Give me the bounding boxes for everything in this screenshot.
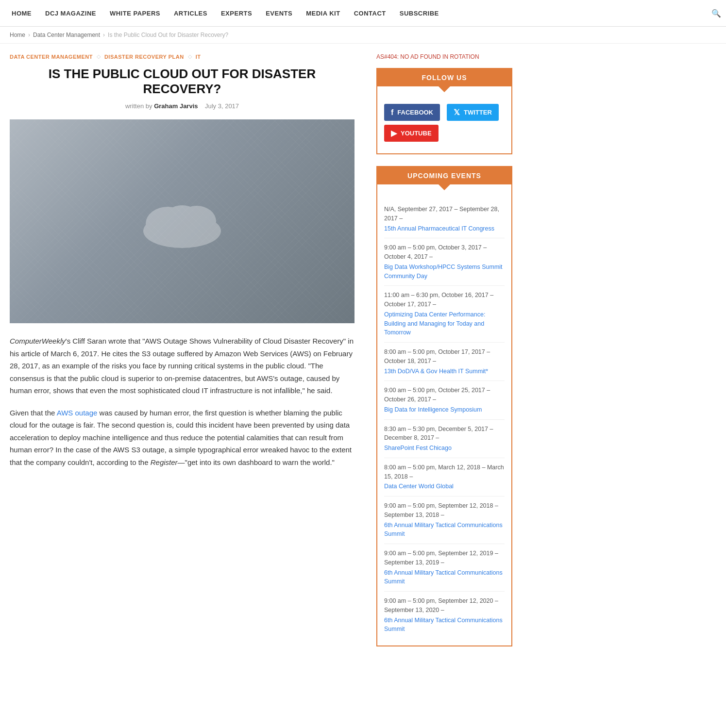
event-link[interactable]: Data Center World Global — [384, 482, 505, 491]
nav-white-papers[interactable]: WHITE PAPERS — [103, 10, 167, 17]
nav-contact[interactable]: CONTACT — [347, 10, 393, 17]
tag-data-center-management[interactable]: DATA CENTER MANAGEMENT — [10, 54, 93, 60]
event-link[interactable]: 6th Annual Military Tactical Communicati… — [384, 616, 505, 634]
event-link[interactable]: Big Data Workshop/HPCC Systems Summit Co… — [384, 263, 505, 281]
event-item: 9:00 am – 5:00 pm, September 12, 2018 – … — [384, 496, 505, 544]
event-link[interactable]: 13th DoD/VA & Gov Health IT Summit* — [384, 367, 505, 376]
search-icon[interactable]: 🔍 — [711, 9, 721, 18]
sidebar: AS#404: NO AD FOUND IN ROTATION FOLLOW U… — [369, 44, 520, 668]
nav-articles[interactable]: ARTICLES — [167, 10, 214, 17]
youtube-icon: ▶ — [391, 129, 397, 138]
twitter-button[interactable]: 𝕏 TWITTER — [447, 104, 499, 121]
facebook-button[interactable]: f FACEBOOK — [384, 104, 440, 121]
tag-sep2: ◇ — [188, 53, 192, 60]
follow-us-title: FOLLOW US — [377, 69, 511, 86]
upcoming-events-title: UPCOMING EVENTS — [377, 167, 511, 184]
event-item: 11:00 am – 6:30 pm, October 16, 2017 – O… — [384, 286, 505, 343]
social-buttons: f FACEBOOK 𝕏 TWITTER ▶ YOUTUBE — [377, 99, 511, 153]
twitter-icon: 𝕏 — [454, 108, 460, 117]
event-meta: 9:00 am – 5:00 pm, October 3, 2017 – Oct… — [384, 244, 487, 260]
nav-events[interactable]: EVENTS — [259, 10, 299, 17]
nav-dcj-magazine[interactable]: DCJ MAGAZINE — [38, 10, 103, 17]
event-item: 9:00 am – 5:00 pm, September 12, 2020 – … — [384, 592, 505, 639]
article-paragraph-1: ComputerWeekly's Cliff Saran wrote that … — [10, 335, 355, 397]
article-title: IS THE PUBLIC CLOUD OUT FOR DISASTER REC… — [10, 66, 355, 97]
nav-home[interactable]: HOME — [5, 10, 38, 17]
event-item: 8:30 am – 5:30 pm, December 5, 2017 – De… — [384, 420, 505, 458]
events-list: N/A, September 27, 2017 – September 28, … — [377, 197, 511, 645]
breadcrumb: Home › Data Center Management › Is the P… — [0, 27, 726, 44]
event-link[interactable]: 15th Annual Pharmaceutical IT Congress — [384, 224, 505, 233]
event-link[interactable]: Big Data for Intelligence Symposium — [384, 405, 505, 414]
social-row-1: f FACEBOOK 𝕏 TWITTER — [384, 104, 505, 121]
event-meta: 9:00 am – 5:00 pm, October 25, 2017 – Oc… — [384, 387, 490, 403]
upcoming-events-arrow — [439, 184, 450, 190]
event-item: 9:00 am – 5:00 pm, October 3, 2017 – Oct… — [384, 238, 505, 286]
event-item: 8:00 am – 5:00 pm, March 12, 2018 – Marc… — [384, 458, 505, 496]
article-body: ComputerWeekly's Cliff Saran wrote that … — [10, 335, 355, 468]
event-link[interactable]: 6th Annual Military Tactical Communicati… — [384, 521, 505, 539]
author-link[interactable]: Graham Jarvis — [154, 102, 198, 110]
event-link[interactable]: Optimizing Data Center Performance: Buil… — [384, 310, 505, 337]
computerweekly-ref: ComputerWeekly — [10, 337, 66, 345]
article-date: July 3, 2017 — [205, 102, 239, 110]
breadcrumb-sep2: › — [103, 32, 105, 38]
breadcrumb-parent[interactable]: Data Center Management — [33, 32, 100, 38]
twitter-label: TWITTER — [464, 109, 492, 116]
event-meta: 11:00 am – 6:30 pm, October 16, 2017 – O… — [384, 292, 493, 308]
facebook-icon: f — [391, 108, 393, 117]
tag-sep1: ◇ — [97, 53, 101, 60]
social-row-2: ▶ YOUTUBE — [384, 125, 505, 142]
main-nav: HOME DCJ MAGAZINE WHITE PAPERS ARTICLES … — [0, 0, 726, 27]
event-meta: N/A, September 27, 2017 – September 28, … — [384, 206, 499, 222]
upcoming-events-section: UPCOMING EVENTS N/A, September 27, 2017 … — [376, 166, 512, 646]
register-ref: Register — [151, 458, 178, 466]
event-link[interactable]: SharePoint Fest Chicago — [384, 444, 505, 453]
event-item: 9:00 am – 5:00 pm, October 25, 2017 – Oc… — [384, 381, 505, 419]
ad-notice: AS#404: NO AD FOUND IN ROTATION — [376, 53, 512, 60]
nav-experts[interactable]: EXPERTS — [214, 10, 259, 17]
nav-subscribe[interactable]: SUBSCRIBE — [393, 10, 446, 17]
breadcrumb-current: Is the Public Cloud Out for Disaster Rec… — [108, 32, 228, 38]
event-item: 8:00 am – 5:00 pm, October 17, 2017 – Oc… — [384, 343, 505, 381]
event-item: N/A, September 27, 2017 – September 28, … — [384, 200, 505, 238]
nav-media-kit[interactable]: MEDIA KIT — [299, 10, 347, 17]
article-hero-image — [10, 119, 355, 323]
article-meta: written by Graham Jarvis July 3, 2017 — [10, 102, 355, 110]
youtube-label: YOUTUBE — [401, 130, 432, 137]
event-meta: 8:30 am – 5:30 pm, December 5, 2017 – De… — [384, 426, 493, 442]
event-meta: 8:00 am – 5:00 pm, October 17, 2017 – Oc… — [384, 348, 490, 364]
facebook-label: FACEBOOK — [397, 109, 433, 116]
youtube-button[interactable]: ▶ YOUTUBE — [384, 125, 439, 142]
breadcrumb-sep1: › — [28, 32, 30, 38]
follow-us-arrow — [439, 86, 450, 92]
event-meta: 9:00 am – 5:00 pm, September 12, 2020 – … — [384, 597, 498, 613]
written-by-label: written by — [125, 102, 152, 110]
article-tags: DATA CENTER MANAGEMENT ◇ DISASTER RECOVE… — [10, 53, 355, 60]
event-meta: 8:00 am – 5:00 pm, March 12, 2018 – Marc… — [384, 464, 504, 480]
svg-point-3 — [164, 205, 201, 232]
event-item: 9:00 am – 5:00 pm, September 12, 2019 – … — [384, 544, 505, 592]
event-link[interactable]: 6th Annual Military Tactical Communicati… — [384, 568, 505, 587]
follow-us-section: FOLLOW US f FACEBOOK 𝕏 TWITTER ▶ — [376, 68, 512, 154]
event-meta: 9:00 am – 5:00 pm, September 12, 2018 – … — [384, 502, 498, 518]
aws-outage-link[interactable]: AWS outage — [57, 409, 98, 417]
tag-disaster-recovery-plan[interactable]: DISASTER RECOVERY PLAN — [104, 54, 184, 60]
event-meta: 9:00 am – 5:00 pm, September 12, 2019 – … — [384, 550, 498, 566]
article-main: DATA CENTER MANAGEMENT ◇ DISASTER RECOVE… — [0, 44, 369, 668]
tag-it[interactable]: IT — [196, 54, 201, 60]
article-paragraph-2: Given that the AWS outage was caused by … — [10, 407, 355, 469]
breadcrumb-home[interactable]: Home — [10, 32, 25, 38]
